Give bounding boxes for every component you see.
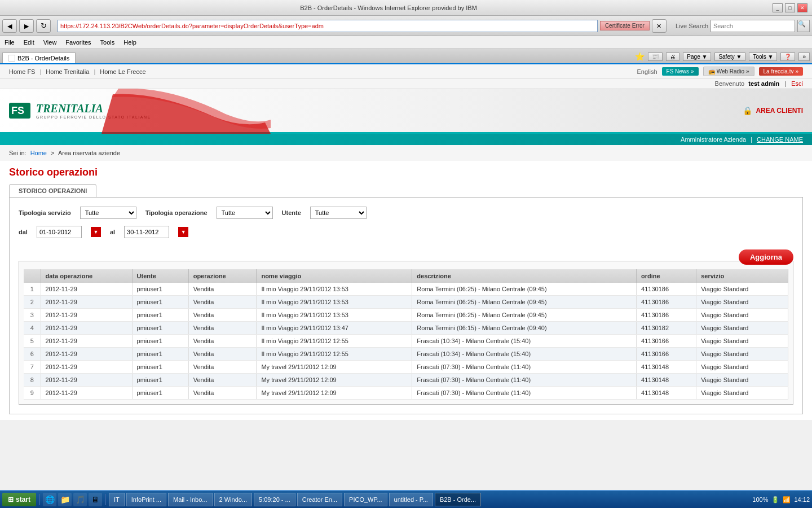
window-controls[interactable]: _ □ ✕ [773,3,807,12]
start-windows-icon: ⊞ [8,496,14,503]
menu-tools[interactable]: Tools [100,39,115,46]
dal-input[interactable] [37,226,82,238]
svg-text:FS: FS [11,105,24,116]
close-button[interactable]: ✕ [797,3,807,12]
address-bar[interactable] [58,20,598,32]
trenitalia-logo[interactable]: FS TRENITALIA GRUPPO FERROVIE DELLO STAT… [9,100,151,121]
cell-operazione: Vendita [188,361,257,374]
help-button[interactable]: ❓ [780,52,795,61]
search-input[interactable] [710,20,795,32]
cell-ordine: 41130186 [637,296,696,309]
welcome-text: Benvenuto test admin | Esci [715,80,803,87]
webradio-button[interactable]: 📻 Web Radio » [703,67,754,76]
nav-home-lefrecce[interactable]: Home Le Frecce [100,68,145,75]
language-selector[interactable]: English [637,68,657,75]
cell-servizio: Viaggio Standard [696,283,788,296]
page-button[interactable]: Page ▼ [683,52,711,61]
browser-titlebar: B2B - OrderDetails - Windows Internet Ex… [0,0,812,16]
start-button[interactable]: ⊞ start [2,493,36,506]
table-row: 9 2012-11-29 pmiuser1 Vendita My travel … [24,387,788,400]
menu-file[interactable]: File [5,39,15,46]
refresh-button[interactable]: ↻ [36,19,51,33]
sei-in-label: Sei in: [9,150,27,156]
trenitalia-logo-svg: FS [9,100,34,121]
nav-home-trenitalia[interactable]: Home Trenitalia [46,68,89,75]
al-input[interactable] [124,226,169,238]
menu-edit[interactable]: Edit [24,39,34,46]
menu-favorites[interactable]: Favorites [65,39,91,46]
main-content: Storico operazioni STORICO OPERAZIONI Ti… [0,161,812,420]
tipologia-operazione-select[interactable]: Tutte [217,207,273,219]
cell-utente: pmiuser1 [132,296,188,309]
favorites-icon[interactable]: ⭐ [635,52,645,61]
taskbar-item-time[interactable]: 5:09:20 - ... [254,493,295,506]
battery-icon: 🔋 [771,496,779,503]
rss-button[interactable]: 📰 [648,52,663,61]
taskbar-item-b2b[interactable]: B2B - Orde... [435,493,481,506]
lafreccia-button[interactable]: La freccia.tv » [759,67,803,76]
taskbar-right: 100% 🔋 📶 14:12 [752,496,810,503]
safety-button[interactable]: Safety ▼ [714,52,745,61]
cell-descrizione: Frascati (07:30) - Milano Centrale (11:4… [412,374,637,387]
tab-label: B2B - OrderDetails [17,55,69,62]
logout-link[interactable]: Esci [791,80,803,87]
taskbar-app-icon[interactable]: 🖥 [89,493,102,506]
tab-storico-operazioni[interactable]: STORICO OPERAZIONI [9,184,96,197]
taskbar-item-creator[interactable]: Creator En... [297,493,342,506]
admin-user-label: Amministratore Azienda [681,136,746,143]
area-clienti-text[interactable]: AREA CLIENTI [756,107,803,115]
browser-tabbar: B2B - OrderDetails ⭐ 📰 🖨 Page ▼ Safety ▼… [0,49,812,64]
taskbar-ie-icon[interactable]: 🌐 [43,493,56,506]
search-button[interactable]: 🔍 [797,20,810,32]
fsnews-button[interactable]: FS News » [662,67,699,76]
cell-servizio: Viaggio Standard [696,348,788,361]
cell-descrizione: Roma Termini (06:25) - Milano Centrale (… [412,283,637,296]
filter-row-2: dal ▼ al ▼ [19,226,793,238]
cell-nome-viaggio: My travel 29/11/2012 12:09 [257,374,412,387]
col-utente: Utente [132,269,188,283]
aggiorna-button[interactable]: Aggiorna [739,249,793,265]
back-button[interactable]: ◀ [2,19,17,33]
tools-button[interactable]: Tools ▼ [749,52,777,61]
cell-operazione: Vendita [188,296,257,309]
taskbar-item-it[interactable]: IT [109,493,125,506]
cell-descrizione: Frascati (07:30) - Milano Centrale (11:4… [412,387,637,400]
al-calendar-button[interactable]: ▼ [178,227,188,237]
table-row: 5 2012-11-29 pmiuser1 Vendita Il mio Via… [24,335,788,348]
forward-button[interactable]: ▶ [19,19,34,33]
table-row: 3 2012-11-29 pmiuser1 Vendita Il mio Via… [24,309,788,322]
nav-home-fs[interactable]: Home FS [9,68,35,75]
tipologia-servizio-select[interactable]: Tutte [80,207,136,219]
area-clienti-link[interactable]: 🔒 AREA CLIENTI [743,106,803,115]
taskbar-folder-icon[interactable]: 📁 [58,493,72,506]
taskbar-item-mail[interactable]: Mail - Inbo... [168,493,213,506]
menu-help[interactable]: Help [123,39,136,46]
col-descrizione: descrizione [412,269,637,283]
taskbar-media-icon[interactable]: 🎵 [73,493,87,506]
more-button[interactable]: » [798,52,810,61]
minimize-button[interactable]: _ [773,3,783,12]
menu-view[interactable]: View [43,39,57,46]
al-label: al [110,229,115,235]
taskbar-item-untitled[interactable]: untitled - P... [389,493,433,506]
cell-nome-viaggio: Il mio Viaggio 29/11/2012 13:53 [257,309,412,322]
tab-favicon [8,55,15,62]
utente-select[interactable]: Tutte [310,207,367,219]
cert-error-button[interactable]: Certificate Error [600,21,650,30]
taskbar-item-windows[interactable]: 2 Windo... [214,493,253,506]
utente-label: Utente [282,209,301,216]
cell-num: 6 [24,348,41,361]
print-button[interactable]: 🖨 [666,52,679,61]
cell-data: 2012-11-29 [41,335,132,348]
cell-operazione: Vendita [188,348,257,361]
active-tab[interactable]: B2B - OrderDetails [2,52,76,63]
breadcrumb-home[interactable]: Home [30,150,47,156]
taskbar-item-infoprint[interactable]: InfoPrint ... [126,493,166,506]
taskbar-item-pico[interactable]: PICO_WP... [344,493,387,506]
maximize-button[interactable]: □ [785,3,795,12]
refresh-stop-button[interactable]: ✕ [652,19,667,33]
dal-calendar-button[interactable]: ▼ [91,227,101,237]
cell-utente: pmiuser1 [132,283,188,296]
change-name-link[interactable]: CHANGE NAME [757,136,803,143]
operations-table: data operazione Utente operazione nome v… [24,269,788,400]
